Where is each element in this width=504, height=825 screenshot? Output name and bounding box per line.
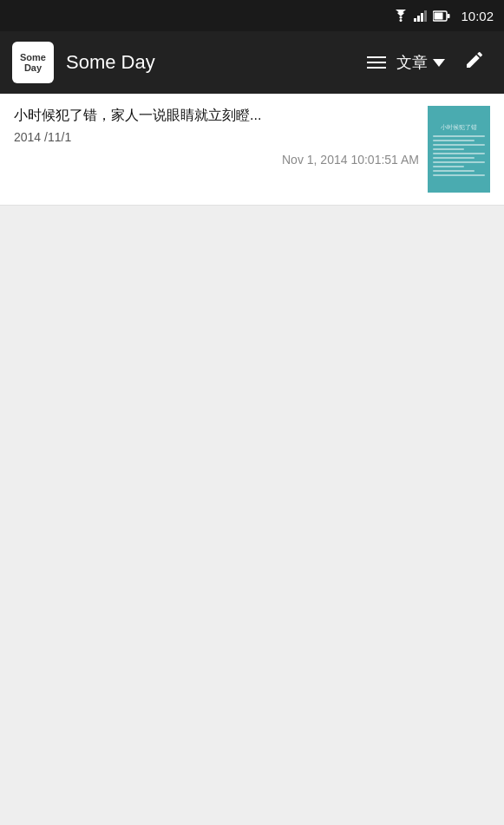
thumbnail-line: [433, 170, 475, 172]
svg-rect-2: [417, 16, 420, 22]
thumbnail-line: [433, 174, 485, 176]
list-item-text: 小时候犯了错，家人一说眼睛就立刻瞪... 2014 /11/1 Nov 1, 2…: [14, 106, 428, 193]
svg-rect-7: [435, 12, 443, 19]
thumbnail-line: [433, 135, 485, 137]
svg-rect-4: [424, 10, 427, 22]
list-item-thumbnail: 小时候犯了错: [428, 106, 490, 193]
thumbnail-line: [433, 161, 485, 163]
list-item-timestamp: Nov 1, 2014 10:01:51 AM: [14, 153, 419, 167]
list-item-title: 小时候犯了错，家人一说眼睛就立刻瞪...: [14, 106, 419, 125]
thumbnail-line: [433, 140, 475, 141]
thumbnail-overlay-text: 小时候犯了错: [441, 123, 477, 132]
status-bar: 10:02: [0, 0, 504, 31]
thumbnail-line: [433, 157, 475, 159]
thumbnail-line: [433, 144, 485, 146]
edit-button[interactable]: [457, 43, 492, 82]
thumbnail-line: [433, 166, 464, 167]
hamburger-menu-button[interactable]: [360, 49, 393, 75]
app-icon-line1: Some: [20, 52, 46, 62]
thumbnail-lines: [433, 135, 485, 176]
signal-icon: [414, 10, 428, 22]
thumbnail-line: [433, 153, 485, 154]
wen-zhang-label: 文章: [396, 52, 428, 73]
svg-rect-6: [448, 14, 450, 18]
app-icon-line2: Day: [24, 62, 42, 73]
app-bar: Some Day Some Day 文章: [0, 31, 504, 94]
thumbnail-line: [433, 148, 464, 150]
battery-icon: [433, 10, 450, 22]
app-title: Some Day: [66, 51, 360, 74]
svg-rect-1: [414, 18, 416, 22]
content-area: 小时候犯了错，家人一说眼睛就立刻瞪... 2014 /11/1 Nov 1, 2…: [0, 94, 504, 825]
dropdown-arrow-icon[interactable]: [433, 59, 445, 67]
hamburger-line: [367, 56, 386, 58]
hamburger-line: [367, 67, 386, 69]
list-item[interactable]: 小时候犯了错，家人一说眼睛就立刻瞪... 2014 /11/1 Nov 1, 2…: [0, 94, 504, 206]
wifi-icon: [393, 10, 409, 22]
svg-rect-3: [421, 13, 423, 22]
list-item-date: 2014 /11/1: [14, 130, 419, 144]
hamburger-line: [367, 62, 386, 63]
svg-point-0: [400, 19, 403, 22]
status-time: 10:02: [461, 9, 494, 23]
app-icon: Some Day: [12, 42, 54, 83]
pencil-icon: [464, 49, 485, 70]
status-icons: 10:02: [393, 9, 494, 23]
